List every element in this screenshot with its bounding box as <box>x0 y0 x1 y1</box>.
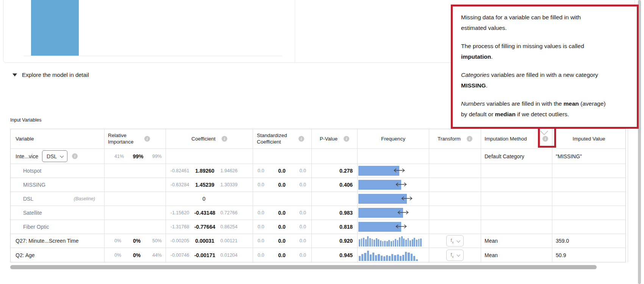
imputed-value-cell <box>552 164 625 178</box>
pvalue-cell: 0.983 <box>312 206 358 220</box>
table-row: MISSING-0.632841.452391.303390.00.00.00.… <box>11 178 625 192</box>
high-value: 0.01204 <box>220 253 238 258</box>
column-header-rel: Relative Importancei <box>105 129 166 148</box>
main-value: 0.0 <box>264 182 299 188</box>
pvalue: 0.818 <box>312 224 353 230</box>
imputed-value: 359.0 <box>556 238 569 244</box>
chevron-down-icon <box>456 253 460 257</box>
variable-cell: Inte...viceDSLi <box>11 149 105 164</box>
info-icon[interactable]: i <box>467 136 472 142</box>
variable-cell: Q27: Minute...Screen Time <box>11 234 105 248</box>
high-value: 50% <box>152 238 162 243</box>
variable-cell: Satellite <box>11 206 105 220</box>
high-value: 1.30339 <box>220 182 238 187</box>
info-icon[interactable]: i <box>344 136 349 142</box>
main-value: -0.43148 <box>189 210 220 216</box>
low-value: 0% <box>114 253 121 258</box>
standardized-coefficient-cell: 0.00.00.0 <box>253 248 312 262</box>
category-dropdown-value: DSL <box>47 153 57 159</box>
table-row: Q27: Minute...Screen Time0%0%50%-0.00205… <box>11 234 625 248</box>
standardized-coefficient-cell: 0.00.00.0 <box>253 206 312 220</box>
transform-cell: fx <box>429 248 481 262</box>
coefficient-cell: -1.31768-0.776640.86254 <box>166 220 253 234</box>
high-value: 0.72766 <box>220 210 238 215</box>
table-row: Hotspot-0.824611.892601.946260.00.00.00.… <box>11 164 625 178</box>
pvalue-cell: 0.406 <box>312 178 358 192</box>
imputed-value-cell: 50.9 <box>552 248 625 262</box>
relative-importance-cell <box>105 220 166 234</box>
pvalue: 0.920 <box>312 238 353 244</box>
value-triple: 0%0%44% <box>114 252 162 258</box>
value-triple: -1.15620-0.431480.72766 <box>170 210 238 216</box>
fx-label: fx <box>450 252 453 259</box>
high-value: 0.0 <box>300 168 306 173</box>
coefficient-cell <box>166 149 253 164</box>
imputed-value-cell: 359.0 <box>552 234 625 248</box>
category-dropdown[interactable]: DSL <box>42 150 67 162</box>
low-value: 41% <box>114 154 124 159</box>
main-value: 0% <box>121 252 152 258</box>
main-value: -0.77664 <box>189 224 220 230</box>
info-icon[interactable]: i <box>299 136 304 142</box>
caret-down-icon <box>13 73 17 76</box>
value-triple: 0.00.00.0 <box>258 182 306 188</box>
high-value: 0.0 <box>300 238 306 243</box>
value-triple: 0%0%50% <box>114 238 162 244</box>
imputed-value: "MISSING" <box>556 153 582 159</box>
high-value: 0.0 <box>300 182 306 187</box>
imputed-value-cell <box>552 220 625 234</box>
explore-model-toggle[interactable]: Explore the model in detail <box>13 72 89 78</box>
info-icon[interactable]: i <box>144 136 150 142</box>
standardized-coefficient-cell <box>253 149 312 164</box>
histogram <box>359 235 422 247</box>
imputation-method-cell: Default Category <box>481 149 552 164</box>
error-bar-icon <box>395 224 407 230</box>
transform-cell <box>429 164 481 178</box>
imputation-method-cell <box>481 178 552 192</box>
low-value: -0.00746 <box>170 253 189 258</box>
chevron-down-icon <box>60 154 64 158</box>
column-header-label: Variable <box>16 136 34 142</box>
main-value: 99% <box>124 153 152 159</box>
transform-cell <box>429 220 481 234</box>
standardized-coefficient-cell <box>253 192 312 206</box>
high-value: 44% <box>152 253 162 258</box>
value-triple: 41%99%99% <box>114 153 162 159</box>
table-header-row: VariableRelative ImportanceiCoefficienti… <box>11 129 625 149</box>
value-triple: 0.00.00.0 <box>258 168 306 174</box>
high-value: 1.94626 <box>220 168 238 173</box>
baseline-note: (Baseline) <box>74 196 95 201</box>
main-value: 0.0 <box>264 168 299 174</box>
info-icon[interactable]: i <box>222 136 227 142</box>
variable-label: Satellite <box>23 210 42 216</box>
relative-importance-cell <box>105 178 166 192</box>
column-header-label: Transform <box>438 136 461 142</box>
pvalue-cell <box>312 192 358 206</box>
value-triple: -0.00746-0.001710.01204 <box>170 252 238 258</box>
value-triple: 0.00.00.0 <box>258 224 306 230</box>
relative-importance-cell: 41%99%99% <box>105 149 166 164</box>
value-triple: 0.00.00.0 <box>258 238 306 244</box>
low-value: 0.0 <box>258 238 264 243</box>
tooltip-line: The process of filling in missing values… <box>461 41 633 51</box>
main-value: 0.0 <box>264 238 299 244</box>
high-value: 99% <box>152 154 162 159</box>
fx-dropdown[interactable]: fx <box>446 235 463 247</box>
pvalue: 0.406 <box>312 182 353 188</box>
high-value: 0.0 <box>300 224 306 229</box>
low-value: -1.15620 <box>170 210 189 215</box>
high-value: 0.00121 <box>220 238 238 243</box>
variable-cell: Fiber Optic <box>11 220 105 234</box>
pvalue-cell: 0.920 <box>312 234 358 248</box>
horizontal-scrollbar[interactable] <box>10 265 597 269</box>
imputed-value: 50.9 <box>556 252 566 258</box>
info-icon[interactable]: i <box>72 153 78 159</box>
transform-cell: fx <box>429 234 481 248</box>
table-row: Satellite-1.15620-0.431480.727660.00.00.… <box>11 206 625 220</box>
explore-model-label: Explore the model in detail <box>22 72 89 78</box>
fx-dropdown[interactable]: fx <box>446 250 463 261</box>
main-value: 0.0 <box>264 224 299 230</box>
main-value: 0.0 <box>264 210 299 216</box>
column-header-label: Standardized Coefficient <box>257 133 293 145</box>
tooltip-line: MISSING. <box>461 80 633 91</box>
